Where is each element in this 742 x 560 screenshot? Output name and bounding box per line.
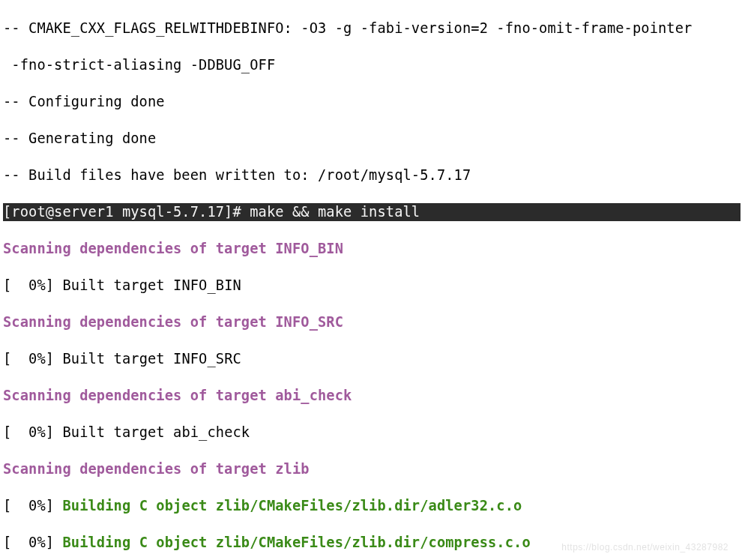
built-line: [ 0%] Built target INFO_SRC (3, 350, 741, 369)
terminal-output[interactable]: -- CMAKE_CXX_FLAGS_RELWITHDEBINFO: -O3 -… (0, 0, 742, 560)
cmake-status-line: -- Generating done (3, 130, 741, 148)
build-text: Building C object zlib/CMakeFiles/zlib.d… (62, 535, 530, 550)
progress-pct: [ 0%] (3, 498, 62, 514)
watermark-text: https://blog.csdn.net/weixin_43287982 (561, 538, 729, 557)
built-text: Built target abi_check (62, 424, 250, 440)
scan-line: Scanning dependencies of target abi_chec… (3, 387, 741, 406)
scan-line: Scanning dependencies of target INFO_BIN (3, 240, 741, 259)
cmake-flag-line: -- CMAKE_CXX_FLAGS_RELWITHDEBINFO: -O3 -… (3, 19, 741, 38)
shell-prompt[interactable]: [root@server1 mysql-5.7.17]# make && mak… (3, 203, 741, 222)
built-line: [ 0%] Built target abi_check (3, 424, 741, 442)
cmake-status-line: -- Build files have been written to: /ro… (3, 166, 741, 185)
cmake-flag-line: -fno-strict-aliasing -DDBUG_OFF (3, 56, 741, 75)
built-line: [ 0%] Built target INFO_BIN (3, 277, 741, 295)
scan-line: Scanning dependencies of target zlib (3, 460, 741, 479)
cmake-status-line: -- Configuring done (3, 93, 741, 112)
progress-pct: [ 0%] (3, 277, 62, 293)
progress-pct: [ 0%] (3, 535, 62, 550)
scan-line: Scanning dependencies of target INFO_SRC (3, 313, 741, 332)
build-line: [ 0%] Building C object zlib/CMakeFiles/… (3, 497, 741, 516)
progress-pct: [ 0%] (3, 424, 62, 440)
built-text: Built target INFO_BIN (62, 277, 241, 293)
progress-pct: [ 0%] (3, 351, 62, 367)
built-text: Built target INFO_SRC (62, 351, 241, 367)
build-text: Building C object zlib/CMakeFiles/zlib.d… (62, 498, 522, 514)
